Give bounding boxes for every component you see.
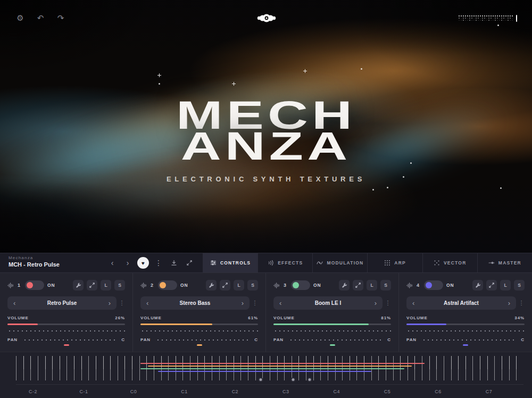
volume-slider[interactable] <box>406 324 525 325</box>
tab-vector[interactable]: VECTOR <box>422 253 477 272</box>
piano-key[interactable] <box>516 356 523 380</box>
key-range-bar[interactable] <box>140 368 404 369</box>
next-preset-button[interactable]: › <box>373 300 378 306</box>
preset-menu-kebab-icon[interactable]: ⋮ <box>518 300 525 306</box>
channel-on-toggle[interactable] <box>424 280 443 290</box>
next-preset-button[interactable]: › <box>507 300 511 306</box>
prev-preset-button[interactable]: ‹ <box>411 300 415 306</box>
channel-on-toggle[interactable] <box>158 280 177 290</box>
tab-effects[interactable]: EFFECTS <box>257 253 312 272</box>
expand-icon[interactable] <box>184 257 195 269</box>
next-patch-button[interactable]: › <box>122 257 134 269</box>
piano-key[interactable] <box>110 356 118 380</box>
piano-key[interactable] <box>16 356 23 380</box>
tab-modulation[interactable]: MODULATION <box>312 253 367 272</box>
piano-key[interactable] <box>429 356 437 380</box>
undo-icon[interactable]: ↶ <box>35 13 46 23</box>
volume-slider[interactable] <box>7 324 125 325</box>
tool-wrench-icon[interactable] <box>206 280 217 291</box>
redo-icon[interactable]: ↷ <box>55 13 66 23</box>
piano-key[interactable] <box>132 356 139 380</box>
piano-key[interactable] <box>494 356 502 380</box>
prev-preset-button[interactable]: ‹ <box>145 300 149 306</box>
preset-menu-kebab-icon[interactable]: ⋮ <box>252 300 258 306</box>
channel-expand-icon[interactable] <box>220 280 230 291</box>
piano-key[interactable] <box>436 356 444 380</box>
piano-key[interactable] <box>60 356 67 380</box>
channel-on-toggle[interactable] <box>291 280 310 290</box>
piano-key[interactable] <box>480 356 487 380</box>
preset-selector[interactable]: ‹Astral Artifact› <box>406 296 516 310</box>
piano-key[interactable] <box>414 356 422 380</box>
volume-slider[interactable] <box>140 324 258 325</box>
solo-button[interactable]: S <box>380 280 391 291</box>
piano-key[interactable] <box>45 356 53 380</box>
pan-slider[interactable] <box>406 344 525 346</box>
tab-arp[interactable]: ARP <box>367 253 422 272</box>
piano-keyboard[interactable] <box>16 356 523 380</box>
piano-key[interactable] <box>472 356 480 380</box>
piano-key[interactable] <box>444 356 451 380</box>
piano-key[interactable] <box>52 356 60 380</box>
key-split-marker[interactable] <box>290 377 295 382</box>
preset-menu-kebab-icon[interactable]: ⋮ <box>119 300 125 306</box>
dot-matrix-display[interactable] <box>459 14 517 22</box>
piano-key[interactable] <box>422 356 429 380</box>
solo-button[interactable]: S <box>114 280 125 291</box>
volume-slider[interactable] <box>273 324 391 325</box>
next-preset-button[interactable]: › <box>240 300 245 306</box>
tool-wrench-icon[interactable] <box>472 280 483 291</box>
download-icon[interactable] <box>168 257 180 269</box>
favorite-heart-icon[interactable]: ♥ <box>137 257 149 269</box>
channel-expand-icon[interactable] <box>486 280 497 291</box>
settings-gear-icon[interactable]: ⚙ <box>15 13 26 23</box>
solo-button[interactable]: S <box>514 280 525 291</box>
preset-menu-kebab-icon[interactable]: ⋮ <box>385 300 391 306</box>
piano-key[interactable] <box>23 356 31 380</box>
prev-preset-button[interactable]: ‹ <box>12 300 16 306</box>
tool-wrench-icon[interactable] <box>339 280 350 291</box>
piano-key[interactable] <box>81 356 89 380</box>
display-cursor[interactable] <box>516 15 517 22</box>
key-range-bar[interactable] <box>158 371 371 372</box>
link-button[interactable]: L <box>500 280 511 291</box>
next-preset-button[interactable]: › <box>107 300 112 306</box>
piano-key[interactable] <box>30 356 38 380</box>
preset-selector[interactable]: ‹Boom LE I› <box>273 296 383 310</box>
channel-expand-icon[interactable] <box>87 280 97 291</box>
link-button[interactable]: L <box>234 280 244 291</box>
preset-selector[interactable]: ‹Retro Pulse› <box>7 296 117 310</box>
piano-key[interactable] <box>458 356 466 380</box>
tab-master[interactable]: MASTER <box>477 253 532 272</box>
key-split-marker[interactable] <box>258 377 263 382</box>
pan-slider[interactable] <box>273 344 391 346</box>
channel-expand-icon[interactable] <box>353 280 363 291</box>
piano-key[interactable] <box>502 356 509 380</box>
pan-slider[interactable] <box>7 344 125 346</box>
key-split-marker[interactable] <box>307 377 312 382</box>
piano-key[interactable] <box>487 356 495 380</box>
piano-key[interactable] <box>408 356 415 380</box>
piano-key[interactable] <box>466 356 473 380</box>
key-range-bar[interactable] <box>140 363 425 364</box>
preset-selector[interactable]: ‹Stereo Bass› <box>140 296 250 310</box>
link-button[interactable]: L <box>101 280 111 291</box>
piano-key[interactable] <box>66 356 74 380</box>
piano-key[interactable] <box>509 356 517 380</box>
piano-key[interactable] <box>124 356 132 380</box>
prev-preset-button[interactable]: ‹ <box>278 300 282 306</box>
link-button[interactable]: L <box>367 280 377 291</box>
key-range-bar[interactable] <box>148 366 412 367</box>
channel-on-toggle[interactable] <box>25 280 44 290</box>
piano-key[interactable] <box>451 356 459 380</box>
piano-key[interactable] <box>96 356 103 380</box>
patch-menu-kebab-icon[interactable]: ⋮ <box>153 257 164 269</box>
piano-key[interactable] <box>88 356 96 380</box>
piano-key[interactable] <box>103 356 111 380</box>
pan-slider[interactable] <box>140 344 258 346</box>
piano-key[interactable] <box>74 356 81 380</box>
tab-controls[interactable]: CONTROLS <box>203 253 257 272</box>
solo-button[interactable]: S <box>247 280 258 291</box>
tool-wrench-icon[interactable] <box>73 280 84 291</box>
piano-key[interactable] <box>38 356 45 380</box>
